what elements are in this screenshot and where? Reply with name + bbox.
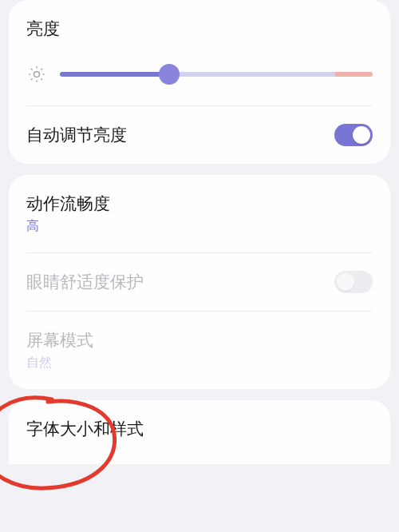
motion-smoothness-label: 动作流畅度 bbox=[26, 193, 373, 215]
eye-comfort-toggle[interactable] bbox=[334, 271, 373, 293]
auto-brightness-label: 自动调节亮度 bbox=[26, 124, 373, 146]
eye-comfort-label: 眼睛舒适度保护 bbox=[26, 271, 373, 293]
font-size-style-label: 字体大小和样式 bbox=[26, 418, 373, 440]
svg-point-0 bbox=[34, 72, 40, 77]
brightness-title: 亮度 bbox=[26, 18, 373, 40]
motion-smoothness-row[interactable]: 动作流畅度 高 bbox=[9, 175, 390, 252]
toggle-knob bbox=[353, 126, 370, 144]
svg-line-5 bbox=[31, 69, 33, 70]
motion-smoothness-value: 高 bbox=[26, 218, 373, 235]
brightness-slider-thumb[interactable] bbox=[159, 64, 180, 85]
brightness-slider-row bbox=[9, 58, 390, 105]
screen-mode-label: 屏幕模式 bbox=[26, 329, 373, 351]
svg-line-8 bbox=[41, 69, 42, 70]
toggle-knob bbox=[337, 273, 354, 291]
eye-comfort-row[interactable]: 眼睛舒适度保护 bbox=[9, 253, 390, 311]
auto-brightness-toggle[interactable] bbox=[334, 124, 373, 146]
screen-mode-value: 自然 bbox=[26, 355, 373, 371]
brightness-slider[interactable] bbox=[60, 72, 373, 77]
sun-icon bbox=[26, 64, 47, 85]
auto-brightness-row[interactable]: 自动调节亮度 bbox=[9, 106, 390, 164]
brightness-section: 亮度 bbox=[9, 0, 390, 58]
svg-line-7 bbox=[31, 78, 33, 80]
screen-mode-row[interactable]: 屏幕模式 自然 bbox=[9, 312, 390, 389]
svg-line-6 bbox=[41, 78, 42, 80]
font-size-style-row[interactable]: 字体大小和样式 bbox=[9, 400, 390, 464]
